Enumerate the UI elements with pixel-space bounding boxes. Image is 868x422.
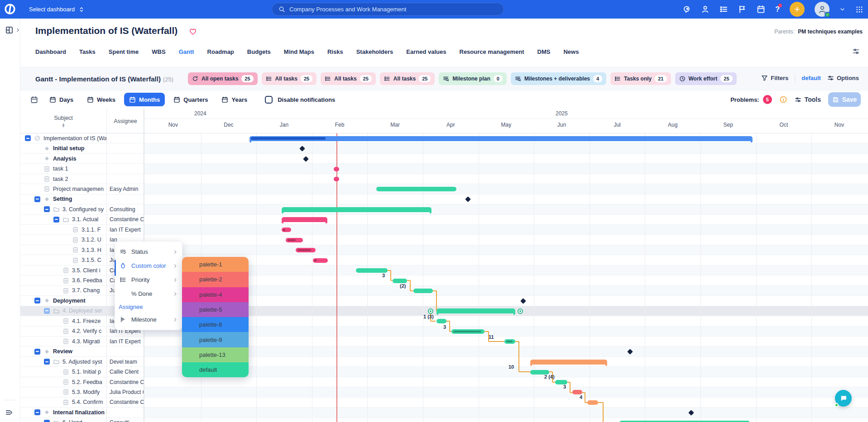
calendar-icon[interactable] [30,96,38,104]
tab-gantt[interactable]: Gantt [179,47,194,57]
tree-row[interactable]: Setting [20,194,144,204]
problems-count-badge[interactable]: 5 [763,95,772,104]
user-icon[interactable] [701,5,710,14]
tab-budgets[interactable]: Budgets [247,47,271,57]
context-menu-item--done[interactable]: % Done [115,287,182,301]
gantt-bar[interactable] [413,289,433,293]
calendar-icon[interactable] [757,5,765,14]
scale-button-days[interactable]: Days [44,93,78,106]
tab-mind-maps[interactable]: Mind Maps [284,47,314,57]
save-button[interactable]: Save [828,92,861,107]
collapse-expander[interactable] [44,359,50,365]
avatar-chevron-down-icon[interactable] [839,6,845,12]
default-filter-link[interactable]: default [801,75,821,81]
user-avatar[interactable]: ✓ [815,2,830,17]
collapse-expander[interactable] [44,308,50,314]
gantt-bar[interactable] [249,136,753,141]
palette-option-palette-5[interactable]: palette-5 [182,302,249,317]
gantt-bar[interactable] [334,167,339,171]
scale-button-quarters[interactable]: Quarters [168,93,213,106]
gantt-bar[interactable] [376,187,456,191]
create-new-button[interactable] [790,2,805,17]
tabs-settings-icon[interactable] [852,47,860,55]
milestone-ring-marker[interactable] [428,308,433,314]
palette-option-palette-9[interactable]: palette-9 [182,332,249,347]
tools-button[interactable]: Tools [795,96,821,103]
scale-button-months[interactable]: Months [124,93,165,106]
collapse-expander[interactable] [53,217,59,223]
gantt-bar[interactable] [334,177,339,181]
collapse-expander[interactable] [34,409,40,415]
context-menu-item-priority[interactable]: Priority [115,273,182,287]
tab-stakeholders[interactable]: Stakeholders [356,47,393,57]
tree-row[interactable]: Initial setup [20,143,144,153]
tree-row[interactable]: 5.4. ConfirmConstantine Co [20,398,144,408]
tab-dashboard[interactable]: Dashboard [35,47,66,57]
tree-row[interactable]: Project managemenEasy Admin [20,184,144,194]
palette-option-palette-1[interactable]: palette-1 [182,257,249,272]
context-menu-item-custom-color[interactable]: Custom color [115,259,182,273]
tab-dms[interactable]: DMS [537,47,551,57]
gantt-bar[interactable] [587,400,598,405]
context-menu-item-milestone[interactable]: Milestone [115,313,182,327]
filter-pill-milestone-plan[interactable]: Milestone plan0 [439,72,506,85]
info-icon[interactable] [779,95,787,104]
tab-roadmap[interactable]: Roadmap [207,47,234,57]
gantt-bar[interactable] [286,238,303,242]
tree-row[interactable]: Internal finalization of the project [20,408,144,417]
collapse-expander[interactable] [25,135,31,141]
tree-row[interactable]: task 2 [20,174,144,184]
palette-option-palette-2[interactable]: palette-2 [182,272,249,287]
collapse-expander[interactable] [34,349,40,355]
filter-pill-all-tasks[interactable]: All tasks25 [380,72,435,85]
chat-bubble-button[interactable] [835,390,852,407]
sort-arrows-icon[interactable]: ▲▼ [62,123,65,128]
help-icon[interactable]: ? [775,5,780,14]
tasks-icon[interactable] [719,5,728,14]
context-menu-item-status[interactable]: Status [115,245,182,259]
filter-pill-milestones-deliverables[interactable]: Milestones + deliverables4 [511,72,606,85]
tree-row[interactable]: 5.1. Initial pCallie Client [20,367,144,377]
palette-option-palette-8[interactable]: palette-8 [182,317,249,332]
palette-option-default[interactable]: default [182,362,249,377]
global-search[interactable]: Company Processes and Work Management [272,3,504,16]
tab-resource-management[interactable]: Resource management [460,47,524,57]
filter-pill-tasks-only[interactable]: Tasks only21 [610,72,671,85]
select-dashboard[interactable]: Select dashboard [29,6,85,13]
apps-grid-icon[interactable] [855,5,863,14]
ai-assistant-icon[interactable] [682,5,691,14]
tab-news[interactable]: News [563,47,579,57]
palette-option-palette-4[interactable]: palette-4 [182,287,249,302]
flag-icon[interactable] [738,5,747,14]
app-logo-icon[interactable] [4,3,17,16]
tree-row[interactable]: 4.3. MigratiIan IT Expert [20,337,144,346]
tree-row[interactable]: Review [20,346,144,356]
tree-row[interactable]: 3. Configured syConsulting [20,204,144,214]
tree-row[interactable]: 5.3. ModifyJulia Product O [20,387,144,397]
tab-earned-values[interactable]: Earned values [406,47,446,57]
tree-row[interactable]: 5.2. FeedbaConstantine Co [20,377,144,387]
gantt-bar[interactable] [572,390,582,394]
tree-row[interactable]: 5. Adjusted systDevel team [20,357,144,367]
filters-button[interactable]: Filters [761,75,788,81]
collapse-expander[interactable] [44,206,50,212]
gantt-bar[interactable] [296,248,316,252]
favorite-heart-icon[interactable] [189,28,197,36]
scale-button-weeks[interactable]: Weeks [82,93,120,106]
milestone-ring-marker[interactable] [518,308,523,314]
filter-pill-all-tasks[interactable]: All tasks25 [321,72,376,85]
gantt-bar[interactable] [451,329,484,334]
tab-risks[interactable]: Risks [327,47,343,57]
checkbox[interactable] [265,96,273,104]
gantt-bar[interactable] [282,217,327,222]
collapse-expander[interactable] [44,420,50,422]
context-menu-item-assignee[interactable]: Assignee [115,301,182,313]
gantt-bar[interactable] [356,268,388,273]
collapse-expander[interactable] [34,196,40,202]
gantt-bar[interactable] [530,360,607,365]
dashboard-panel-icon[interactable] [5,26,20,34]
collapse-expander[interactable] [34,298,40,303]
tree-row[interactable]: task 1 [20,164,144,174]
parents-link[interactable]: PM techniques examples [798,28,863,35]
scale-button-years[interactable]: Years [216,93,252,106]
